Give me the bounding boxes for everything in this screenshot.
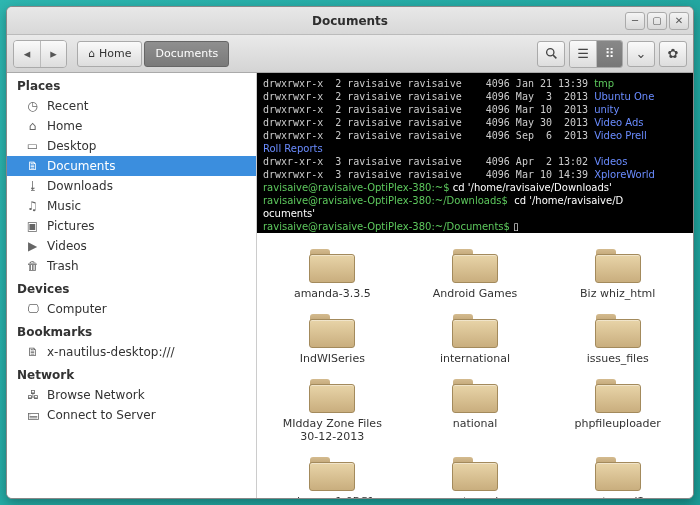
folder-label: national — [453, 417, 498, 430]
devices-header: Devices — [7, 276, 256, 299]
music-icon: ♫ — [25, 199, 40, 213]
embedded-terminal[interactable]: drwxrwxr-x 2 ravisaive ravisaive 4096 Ja… — [257, 73, 693, 233]
search-icon — [545, 47, 558, 60]
sidebar-item-label: x-nautilus-desktop:/// — [47, 345, 175, 359]
sidebar-item-documents[interactable]: 🗎Documents — [7, 156, 256, 176]
documents-icon: 🗎 — [25, 159, 40, 173]
folder-icon — [307, 310, 357, 350]
minimize-button[interactable]: ─ — [625, 12, 645, 30]
folder-label: Biz whiz_html — [580, 287, 655, 300]
maximize-button[interactable]: ▢ — [647, 12, 667, 30]
icon-view-button[interactable]: ⠿ — [596, 41, 622, 67]
sidebar-item-desktop[interactable]: ▭Desktop — [7, 136, 256, 156]
window-controls: ─ ▢ ✕ — [625, 12, 689, 30]
folder-label: ratecard — [452, 495, 498, 498]
folder-plogger-1-0rc1[interactable]: plogger-1.0RC1 — [263, 451, 402, 498]
folder-icon — [450, 245, 500, 285]
home-icon: ⌂ — [88, 47, 95, 60]
folder-phpfileuploader[interactable]: phpfileuploader — [548, 373, 687, 445]
downloads-icon: ⭳ — [25, 179, 40, 193]
file-manager-window: Documents ─ ▢ ✕ ◂ ▸ ⌂ Home Documents ☰ ⠿ — [6, 6, 694, 499]
sidebar-item-browse-network[interactable]: 🖧Browse Network — [7, 385, 256, 405]
sidebar-item-home[interactable]: ⌂Home — [7, 116, 256, 136]
trash-icon: 🗑 — [25, 259, 40, 273]
pathbar: ⌂ Home Documents — [77, 41, 229, 67]
path-home[interactable]: ⌂ Home — [77, 41, 142, 67]
titlebar[interactable]: Documents ─ ▢ ✕ — [7, 7, 693, 35]
view-options-button[interactable]: ⌄ — [627, 41, 655, 67]
view-mode-group: ☰ ⠿ — [569, 40, 623, 68]
folder-international[interactable]: international — [406, 308, 545, 367]
folder-label: international — [440, 352, 510, 365]
sidebar-item-computer[interactable]: 🖵Computer — [7, 299, 256, 319]
file-grid[interactable]: amanda-3.3.5Android GamesBiz whiz_htmlIn… — [257, 233, 693, 498]
bookmarks-header: Bookmarks — [7, 319, 256, 342]
folder-icon — [450, 375, 500, 415]
path-current[interactable]: Documents — [144, 41, 229, 67]
folder-icon — [593, 453, 643, 493]
sidebar[interactable]: Places ◷Recent⌂Home▭Desktop🗎Documents⭳Do… — [7, 73, 257, 498]
sidebar-item-label: Connect to Server — [47, 408, 156, 422]
folder-indwiseries[interactable]: IndWISeries — [263, 308, 402, 367]
folder-icon — [593, 310, 643, 350]
folder-android-games[interactable]: Android Games — [406, 243, 545, 302]
sidebar-item-label: Home — [47, 119, 82, 133]
sidebar-item-label: Pictures — [47, 219, 95, 233]
sidebar-item-downloads[interactable]: ⭳Downloads — [7, 176, 256, 196]
folder-ratecard[interactable]: ratecard — [406, 451, 545, 498]
settings-button[interactable]: ✿ — [659, 41, 687, 67]
pictures-icon: ▣ — [25, 219, 40, 233]
sidebar-item-connect-to-server[interactable]: 🖴Connect to Server — [7, 405, 256, 425]
network-header: Network — [7, 362, 256, 385]
sidebar-item-music[interactable]: ♫Music — [7, 196, 256, 216]
home-icon: ⌂ — [25, 119, 40, 133]
sidebar-item-label: Trash — [47, 259, 79, 273]
folder-icon — [450, 310, 500, 350]
folder-icon — [307, 245, 357, 285]
toolbar: ◂ ▸ ⌂ Home Documents ☰ ⠿ ⌄ ✿ — [7, 35, 693, 73]
places-header: Places — [7, 73, 256, 96]
server-icon: 🖴 — [25, 408, 40, 422]
path-current-label: Documents — [155, 47, 218, 60]
folder-biz-whiz-html[interactable]: Biz whiz_html — [548, 243, 687, 302]
window-title: Documents — [312, 14, 388, 28]
close-button[interactable]: ✕ — [669, 12, 689, 30]
sidebar-item-trash[interactable]: 🗑Trash — [7, 256, 256, 276]
chevron-down-icon: ⌄ — [636, 46, 647, 61]
svg-line-1 — [553, 55, 556, 58]
sidebar-item-x-nautilus-desktop-[interactable]: 🗎x-nautilus-desktop:/// — [7, 342, 256, 362]
folder-label: issues_files — [587, 352, 649, 365]
clock-icon: ◷ — [25, 99, 40, 113]
gear-icon: ✿ — [668, 46, 679, 61]
folder-label: amanda-3.3.5 — [294, 287, 371, 300]
folder-label: plogger-1.0RC1 — [290, 495, 375, 498]
folder-label: Android Games — [433, 287, 518, 300]
sidebar-item-videos[interactable]: ▶Videos — [7, 236, 256, 256]
forward-button[interactable]: ▸ — [40, 41, 66, 67]
folder-ratecard2[interactable]: ratecard2 — [548, 451, 687, 498]
sidebar-item-label: Music — [47, 199, 81, 213]
sidebar-item-label: Browse Network — [47, 388, 145, 402]
folder-midday-zone-files-30-12-2013[interactable]: MIdday Zone Files 30-12-2013 — [263, 373, 402, 445]
body: Places ◷Recent⌂Home▭Desktop🗎Documents⭳Do… — [7, 73, 693, 498]
sidebar-item-pictures[interactable]: ▣Pictures — [7, 216, 256, 236]
computer-icon: 🖵 — [25, 302, 40, 316]
sidebar-item-label: Downloads — [47, 179, 113, 193]
folder-label: MIdday Zone Files 30-12-2013 — [272, 417, 392, 443]
search-button[interactable] — [537, 41, 565, 67]
folder-national[interactable]: national — [406, 373, 545, 445]
network-icon: 🖧 — [25, 388, 40, 402]
folder-icon — [593, 375, 643, 415]
folder-label: phpfileuploader — [574, 417, 660, 430]
back-button[interactable]: ◂ — [14, 41, 40, 67]
bookmark-icon: 🗎 — [25, 345, 40, 359]
list-view-button[interactable]: ☰ — [570, 41, 596, 67]
sidebar-item-label: Videos — [47, 239, 87, 253]
folder-amanda-3-3-5[interactable]: amanda-3.3.5 — [263, 243, 402, 302]
sidebar-item-label: Desktop — [47, 139, 97, 153]
sidebar-item-recent[interactable]: ◷Recent — [7, 96, 256, 116]
sidebar-item-label: Computer — [47, 302, 107, 316]
folder-icon — [450, 453, 500, 493]
folder-issues-files[interactable]: issues_files — [548, 308, 687, 367]
path-home-label: Home — [99, 47, 131, 60]
